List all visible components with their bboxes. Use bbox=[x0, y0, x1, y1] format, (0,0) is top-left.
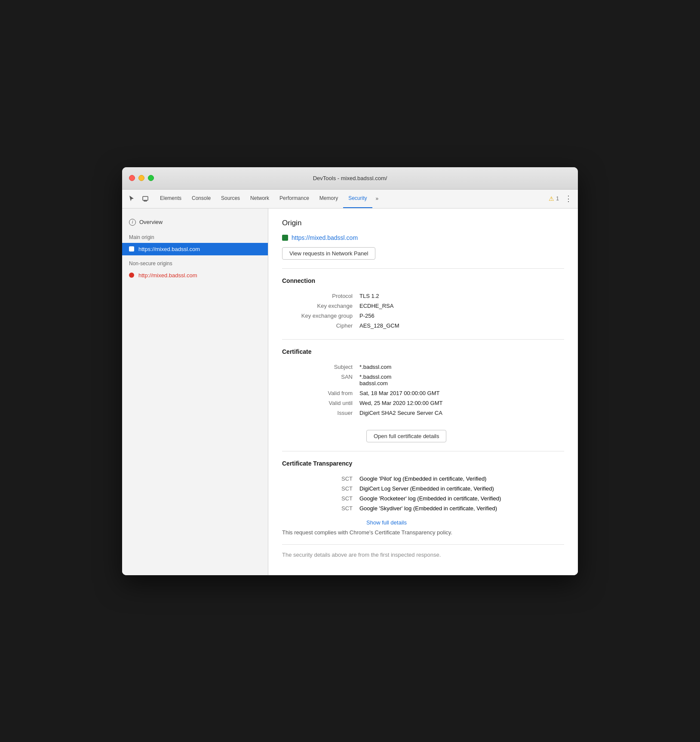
main-origin-url: https://mixed.badssl.com bbox=[138, 246, 200, 252]
view-network-button[interactable]: View requests in Network Panel bbox=[282, 247, 375, 260]
valid-from-value: Sat, 18 Mar 2017 00:00:00 GMT bbox=[359, 388, 564, 398]
titlebar: DevTools - mixed.badssl.com/ bbox=[122, 167, 578, 190]
valid-from-label: Valid from bbox=[282, 388, 359, 398]
sct-label-3: SCT bbox=[282, 494, 359, 503]
subject-value: *.badssl.com bbox=[359, 362, 564, 372]
device-icon[interactable] bbox=[139, 193, 151, 205]
table-row: Protocol TLS 1.2 bbox=[282, 291, 564, 301]
transparency-title: Certificate Transparency bbox=[282, 460, 564, 467]
protocol-label: Protocol bbox=[282, 291, 359, 301]
cipher-label: Cipher bbox=[282, 321, 359, 331]
table-row: Key exchange ECDHE_RSA bbox=[282, 301, 564, 311]
key-exchange-group-label: Key exchange group bbox=[282, 311, 359, 321]
warning-count: 1 bbox=[556, 196, 559, 202]
compliance-text: This request complies with Chrome's Cert… bbox=[282, 529, 564, 536]
cipher-value: AES_128_GCM bbox=[359, 321, 564, 331]
protocol-value: TLS 1.2 bbox=[359, 291, 564, 301]
tab-sources[interactable]: Sources bbox=[216, 189, 245, 208]
warning-icon: ⚠ bbox=[549, 195, 554, 202]
sct-value-2: DigiCert Log Server (Embedded in certifi… bbox=[359, 484, 564, 494]
tab-elements[interactable]: Elements bbox=[155, 189, 187, 208]
table-row: Cipher AES_128_GCM bbox=[282, 321, 564, 331]
sct-label-1: SCT bbox=[282, 474, 359, 484]
sct-value-1: Google 'Pilot' log (Embedded in certific… bbox=[359, 474, 564, 484]
tab-security[interactable]: Security bbox=[343, 189, 372, 208]
secure-green-square bbox=[282, 235, 288, 241]
toolbar-right: ⚠ 1 ⋮ bbox=[549, 193, 574, 205]
footer-note: The security details above are from the … bbox=[282, 544, 564, 565]
sct-label-2: SCT bbox=[282, 484, 359, 494]
tab-performance[interactable]: Performance bbox=[274, 189, 314, 208]
main-content: Origin https://mixed.badssl.com View req… bbox=[268, 208, 578, 575]
sidebar: i Overview Main origin https://mixed.bad… bbox=[122, 208, 268, 575]
toolbar-icons bbox=[126, 193, 151, 205]
valid-until-label: Valid until bbox=[282, 398, 359, 408]
devtools-window: DevTools - mixed.badssl.com/ Elements Co… bbox=[122, 167, 578, 575]
key-exchange-label: Key exchange bbox=[282, 301, 359, 311]
issuer-value: DigiCert SHA2 Secure Server CA bbox=[359, 408, 564, 418]
tab-memory[interactable]: Memory bbox=[314, 189, 343, 208]
connection-section: Connection Protocol TLS 1.2 Key exchange… bbox=[282, 277, 564, 331]
certificate-title: Certificate bbox=[282, 348, 564, 355]
issuer-label: Issuer bbox=[282, 408, 359, 418]
toolbar: Elements Console Sources Network Perform… bbox=[122, 190, 578, 208]
close-button[interactable] bbox=[129, 175, 135, 181]
main-origin-label: Main origin bbox=[122, 229, 268, 243]
key-exchange-value: ECDHE_RSA bbox=[359, 301, 564, 311]
divider-2 bbox=[282, 339, 564, 340]
tab-console[interactable]: Console bbox=[187, 189, 216, 208]
minimize-button[interactable] bbox=[138, 175, 144, 181]
svg-rect-1 bbox=[144, 200, 147, 201]
non-secure-url: http://mixed.badssl.com bbox=[138, 272, 197, 279]
show-full-details-link[interactable]: Show full details bbox=[366, 519, 407, 526]
sidebar-item-main-origin[interactable]: https://mixed.badssl.com bbox=[122, 243, 268, 255]
table-row: SCT DigiCert Log Server (Embedded in cer… bbox=[282, 484, 564, 494]
certificate-section: Certificate Subject *.badssl.com SAN *.b… bbox=[282, 348, 564, 451]
table-row: SCT Google 'Skydiver' log (Embedded in c… bbox=[282, 503, 564, 513]
origin-url-row: https://mixed.badssl.com bbox=[282, 234, 564, 241]
table-row: Subject *.badssl.com bbox=[282, 362, 564, 372]
overview-label: Overview bbox=[139, 219, 163, 225]
sidebar-overview[interactable]: i Overview bbox=[122, 215, 268, 229]
insecure-origin-indicator bbox=[129, 273, 134, 278]
maximize-button[interactable] bbox=[148, 175, 154, 181]
sct-value-3: Google 'Rocketeer' log (Embedded in cert… bbox=[359, 494, 564, 503]
sct-label-4: SCT bbox=[282, 503, 359, 513]
warning-badge[interactable]: ⚠ 1 bbox=[549, 195, 559, 202]
non-secure-origins-label: Non-secure origins bbox=[122, 255, 268, 269]
more-tabs-button[interactable]: » bbox=[372, 189, 382, 208]
devtools-body: i Overview Main origin https://mixed.bad… bbox=[122, 208, 578, 575]
key-exchange-group-value: P-256 bbox=[359, 311, 564, 321]
san-value: *.badssl.com badssl.com bbox=[359, 372, 564, 388]
sct-table: SCT Google 'Pilot' log (Embedded in cert… bbox=[282, 474, 564, 513]
traffic-lights bbox=[129, 175, 154, 181]
table-row: SAN *.badssl.com badssl.com bbox=[282, 372, 564, 388]
table-row: Valid until Wed, 25 Mar 2020 12:00:00 GM… bbox=[282, 398, 564, 408]
table-row: Key exchange group P-256 bbox=[282, 311, 564, 321]
table-row: SCT Google 'Pilot' log (Embedded in cert… bbox=[282, 474, 564, 484]
origin-section: Origin https://mixed.badssl.com View req… bbox=[282, 219, 564, 268]
origin-title: Origin bbox=[282, 219, 564, 227]
divider-1 bbox=[282, 268, 564, 269]
secure-origin-indicator bbox=[129, 246, 134, 251]
valid-until-value: Wed, 25 Mar 2020 12:00:00 GMT bbox=[359, 398, 564, 408]
open-certificate-button[interactable]: Open full certificate details bbox=[366, 430, 446, 442]
table-row: SCT Google 'Rocketeer' log (Embedded in … bbox=[282, 494, 564, 503]
connection-title: Connection bbox=[282, 277, 564, 284]
san-label: SAN bbox=[282, 372, 359, 388]
divider-3 bbox=[282, 451, 564, 451]
subject-label: Subject bbox=[282, 362, 359, 372]
origin-url-link[interactable]: https://mixed.badssl.com bbox=[292, 234, 358, 241]
table-row: Valid from Sat, 18 Mar 2017 00:00:00 GMT bbox=[282, 388, 564, 398]
menu-button[interactable]: ⋮ bbox=[562, 193, 574, 205]
transparency-section: Certificate Transparency SCT Google 'Pil… bbox=[282, 460, 564, 536]
window-title: DevTools - mixed.badssl.com/ bbox=[313, 175, 387, 181]
sidebar-item-non-secure[interactable]: http://mixed.badssl.com bbox=[122, 269, 268, 282]
cursor-icon[interactable] bbox=[126, 193, 138, 205]
tab-network[interactable]: Network bbox=[245, 189, 274, 208]
svg-rect-0 bbox=[143, 196, 148, 200]
table-row: Issuer DigiCert SHA2 Secure Server CA bbox=[282, 408, 564, 418]
connection-table: Protocol TLS 1.2 Key exchange ECDHE_RSA … bbox=[282, 291, 564, 331]
certificate-table: Subject *.badssl.com SAN *.badssl.com ba… bbox=[282, 362, 564, 418]
sct-value-4: Google 'Skydiver' log (Embedded in certi… bbox=[359, 503, 564, 513]
